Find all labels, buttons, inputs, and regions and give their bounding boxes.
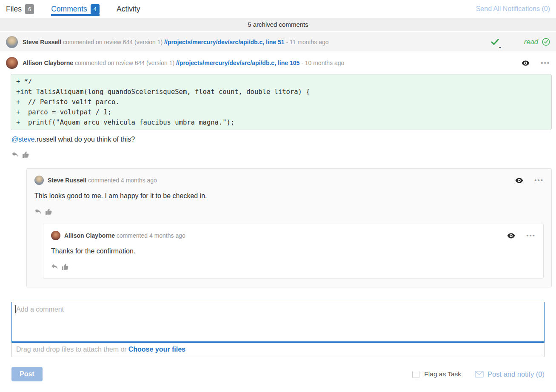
code-diff-block: + */+int TalisAliquam(long quandoSceleri… <box>11 74 552 130</box>
thread-header-icons: ••• <box>522 60 550 66</box>
like-icon[interactable] <box>62 263 69 270</box>
read-status-group: ⌄ read <box>491 37 550 47</box>
thread-meta: Allison Clayborne commented on review 64… <box>23 60 344 66</box>
more-options-icon[interactable]: ••• <box>526 234 536 237</box>
comment-body: @steve.russell what do you think of this… <box>11 136 556 143</box>
chevron-down-icon[interactable]: ⌄ <box>498 44 502 49</box>
avatar <box>51 231 60 240</box>
comment-action-text: commented on review 644 (version 1) <box>75 60 174 66</box>
files-count-badge: 6 <box>25 4 34 14</box>
archived-comment-row[interactable]: Steve Russell commented on review 644 (v… <box>0 32 556 51</box>
reply-header: Steve Russell commented 4 months ago ••• <box>34 176 544 185</box>
envelope-icon <box>475 371 484 378</box>
eye-icon[interactable] <box>507 233 515 239</box>
eye-icon[interactable] <box>522 60 530 66</box>
file-line-link[interactable]: //projects/mercury/dev/src/api/db.c, lin… <box>176 60 299 66</box>
tab-comments-label: Comments <box>51 5 87 14</box>
archived-comment-meta: Steve Russell commented on review 644 (v… <box>23 39 329 45</box>
tab-bar: Files 6 Comments 4 Activity Send All Not… <box>0 0 556 18</box>
reply-icon[interactable] <box>51 264 58 270</box>
post-button[interactable]: Post <box>11 367 43 381</box>
file-line-link[interactable]: //projects/mercury/dev/src/api/db.c, lin… <box>164 39 284 45</box>
comment-thread: Allison Clayborne commented on review 64… <box>0 51 556 287</box>
author-name: Allison Clayborne <box>64 232 115 239</box>
reply-meta: Allison Clayborne commented 4 months ago <box>64 232 185 239</box>
comments-count-badge: 4 <box>91 4 100 14</box>
comment-action-text: commented 4 months ago <box>88 177 157 184</box>
reply-header-icons: ••• <box>507 233 536 239</box>
post-and-notify-label: Post and notify (0) <box>488 370 545 378</box>
time-ago: - 10 months ago <box>301 60 344 66</box>
accept-check-icon[interactable]: ⌄ <box>491 37 500 47</box>
author-name: Steve Russell <box>23 39 61 45</box>
reply-body: Thanks for the confirmation. <box>51 247 536 255</box>
code-line: + parco = volutpat / 1; <box>16 107 546 117</box>
more-options-icon[interactable]: ••• <box>541 61 550 65</box>
like-icon[interactable] <box>22 151 29 158</box>
reply-card: Steve Russell commented 4 months ago •••… <box>26 168 552 287</box>
reply-header-icons: ••• <box>515 178 544 183</box>
read-circle-check-icon[interactable] <box>542 38 550 46</box>
comment-action-text: commented on review 644 (version 1) <box>63 39 163 45</box>
like-icon[interactable] <box>45 208 52 215</box>
tab-comments[interactable]: Comments 4 <box>51 0 100 18</box>
reply-header: Allison Clayborne commented 4 months ago… <box>51 231 536 240</box>
user-mention-link[interactable]: @steve <box>11 136 34 143</box>
reply-actions <box>34 207 544 215</box>
reply-icon[interactable] <box>11 151 18 157</box>
attach-hint-text: Drag and drop files to attach them or <box>16 346 127 353</box>
flag-as-task-label: Flag as Task <box>424 370 461 378</box>
thread-header: Allison Clayborne commented on review 64… <box>0 51 556 73</box>
tab-activity[interactable]: Activity <box>117 0 140 18</box>
code-line: +int TalisAliquam(long quandoScelerisque… <box>16 87 546 97</box>
comment-action-text: commented 4 months ago <box>117 232 185 239</box>
time-ago: - 11 months ago <box>286 39 328 45</box>
flag-as-task-checkbox[interactable] <box>412 371 419 378</box>
comment-body-text: .russell what do you think of this? <box>34 136 135 143</box>
avatar <box>6 57 18 69</box>
text-caret <box>15 305 16 313</box>
more-options-icon[interactable]: ••• <box>534 179 544 182</box>
reply-meta: Steve Russell commented 4 months ago <box>48 177 157 184</box>
comment-input[interactable] <box>11 302 545 343</box>
reply-card: Allison Clayborne commented 4 months ago… <box>43 224 544 278</box>
post-and-notify-button[interactable]: Post and notify (0) <box>475 370 545 378</box>
archived-comments-bar[interactable]: 5 archived comments <box>0 18 556 31</box>
eye-icon[interactable] <box>515 178 523 183</box>
author-name: Allison Clayborne <box>23 60 73 66</box>
send-all-notifications-link[interactable]: Send All Notifications (0) <box>476 5 550 13</box>
avatar <box>34 176 44 185</box>
author-name: Steve Russell <box>48 177 86 184</box>
reply-actions <box>51 263 536 270</box>
code-line: + */ <box>16 77 546 87</box>
choose-files-link[interactable]: Choose your files <box>128 346 185 353</box>
tab-files[interactable]: Files 6 <box>6 0 34 18</box>
avatar <box>6 36 18 48</box>
composer-actions: Post Flag as Task Post and notify (0) <box>11 367 545 381</box>
reply-icon[interactable] <box>34 208 41 214</box>
tab-activity-label: Activity <box>117 5 140 14</box>
composer-actions-right: Flag as Task Post and notify (0) <box>412 370 545 378</box>
comment-composer: Drag and drop files to attach them orCho… <box>11 302 545 357</box>
comment-input-wrapper <box>11 302 545 343</box>
reply-body: This looks good to me. I am happy for it… <box>34 192 544 200</box>
code-line: + // Peristo velit parco. <box>16 97 546 107</box>
read-status-label: read <box>524 38 538 46</box>
tab-files-label: Files <box>6 5 22 14</box>
code-line: + printf("Aquam arcu vehicula faucibus u… <box>16 117 546 128</box>
comment-actions <box>11 151 556 158</box>
attachment-dropzone[interactable]: Drag and drop files to attach them orCho… <box>11 343 545 357</box>
